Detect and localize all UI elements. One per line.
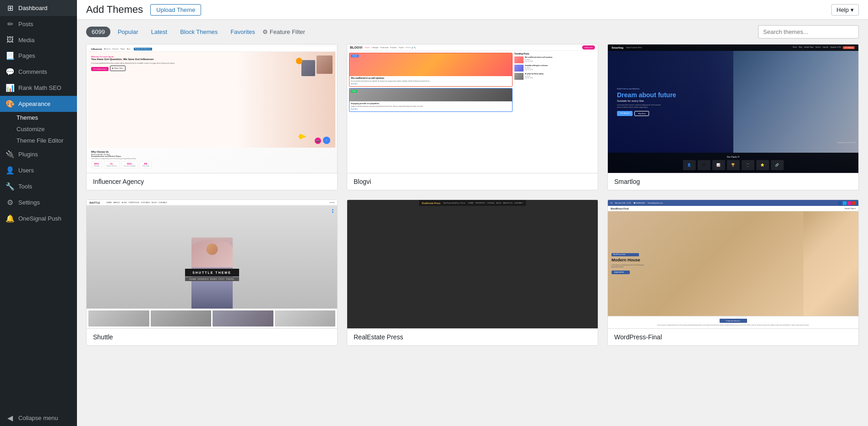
theme-preview-realestate-press: RealEstate Press Real Estate WordPress T… (347, 200, 598, 328)
users-icon: 👤 (5, 166, 15, 175)
sidebar-item-dashboard[interactable]: ⊞ Dashboard (0, 0, 77, 16)
filter-tab-block-themes[interactable]: Block Themes (175, 26, 223, 38)
sidebar-item-users[interactable]: 👤 Users (0, 162, 77, 178)
theme-name-realestate-press: RealEstate Press (347, 328, 598, 345)
sidebar-item-onesignal[interactable]: 🔔 OneSignal Push (0, 210, 77, 227)
theme-card-smartlog[interactable]: Smartlog Elegant Corporate Theme HomeBlo… (607, 44, 859, 190)
help-button[interactable]: Help ▾ (831, 4, 859, 16)
settings-icon: ⚙ (5, 198, 15, 207)
theme-preview-blogvi: BLOGVI Home Lifestyle Features▾ Fashion … (347, 44, 598, 173)
theme-preview-shuttle: SHUTTLE HOME ABOUT BLOG PORTFOLIO FUTURE… (87, 200, 337, 328)
sidebar-item-settings[interactable]: ⚙ Settings (0, 194, 77, 210)
sidebar-item-plugins[interactable]: 🔌 Plugins (0, 146, 77, 162)
sidebar-sub-themes[interactable]: Themes (16, 112, 77, 123)
chevron-down-icon: ▾ (851, 6, 854, 13)
plugins-icon: 🔌 (5, 150, 15, 159)
sidebar-collapse-menu[interactable]: ◀ Collapse menu (0, 410, 77, 426)
comments-icon: 💬 (5, 67, 15, 76)
sidebar-item-appearance[interactable]: 🎨 Appearance (0, 96, 77, 112)
sidebar-item-comments[interactable]: 💬 Comments (0, 64, 77, 80)
pages-icon: 📃 (5, 51, 15, 60)
filter-bar: 6099 Popular Latest Block Themes Favorit… (77, 20, 868, 44)
topbar: Add Themes Upload Theme Help ▾ (77, 0, 868, 20)
theme-card-wordpress-final[interactable]: ⬡ Mon-Sat: 9:00 - 17:00 ☎ 0440120452 ✉ i… (607, 199, 859, 346)
upload-theme-button[interactable]: Upload Theme (150, 4, 201, 16)
rank-math-icon: 📊 (5, 83, 15, 92)
posts-icon: ✏ (5, 20, 15, 28)
gear-icon: ⚙ (262, 28, 268, 35)
theme-card-realestate-press[interactable]: RealEstate Press Real Estate WordPress T… (347, 199, 598, 346)
theme-name-shuttle: Shuttle (87, 328, 337, 345)
topbar-left: Add Themes Upload Theme (86, 4, 201, 16)
feature-filter-button[interactable]: ⚙ Feature Filter (262, 28, 305, 35)
search-themes-input[interactable] (758, 25, 859, 39)
theme-name-influencer-agency: Influencer Agency (87, 173, 337, 190)
theme-name-blogvi: Blogvi (347, 173, 598, 190)
sidebar-item-media[interactable]: 🖼 Media (0, 32, 77, 48)
sidebar-item-tools[interactable]: 🔧 Tools (0, 178, 77, 194)
appearance-icon: 🎨 (5, 100, 15, 108)
theme-count-badge[interactable]: 6099 (86, 27, 110, 37)
sidebar-sub-appearance: Themes Customize Theme File Editor (0, 112, 77, 146)
media-icon: 🖼 (5, 36, 15, 44)
page-title: Add Themes (86, 4, 143, 16)
tools-icon: 🔧 (5, 182, 15, 191)
theme-card-shuttle[interactable]: SHUTTLE HOME ABOUT BLOG PORTFOLIO FUTURE… (86, 199, 338, 346)
theme-card-blogvi[interactable]: BLOGVI Home Lifestyle Features▾ Fashion … (347, 44, 598, 190)
dashboard-icon: ⊞ (5, 4, 15, 12)
sidebar-item-posts[interactable]: ✏ Posts (0, 16, 77, 32)
onesignal-icon: 🔔 (5, 214, 15, 223)
filter-tab-latest[interactable]: Latest (146, 26, 173, 38)
sidebar-sub-theme-file-editor[interactable]: Theme File Editor (16, 135, 77, 146)
theme-name-smartlog: Smartlog (608, 173, 858, 190)
theme-preview-wordpress-final: ⬡ Mon-Sat: 9:00 - 17:00 ☎ 0440120452 ✉ i… (608, 200, 858, 328)
theme-card-influencer-agency[interactable]: Influencer About Us Services Pages Blog … (86, 44, 338, 190)
theme-name-wordpress-final: WordPress-Final (608, 328, 858, 345)
theme-preview-smartlog: Smartlog Elegant Corporate Theme HomeBlo… (608, 44, 858, 173)
collapse-icon: ◀ (5, 414, 15, 422)
filter-tab-favorites[interactable]: Favorites (225, 26, 260, 38)
main-content: Add Themes Upload Theme Help ▾ 6099 Popu… (77, 0, 868, 426)
filter-tab-popular[interactable]: Popular (112, 26, 144, 38)
sidebar-item-rank-math[interactable]: 📊 Rank Math SEO (0, 80, 77, 96)
theme-preview-influencer-agency: Influencer About Us Services Pages Blog … (87, 44, 337, 173)
sidebar-sub-customize[interactable]: Customize (16, 123, 77, 135)
sidebar: ⊞ Dashboard ✏ Posts 🖼 Media 📃 Pages 💬 Co… (0, 0, 77, 426)
themes-grid: Influencer About Us Services Pages Blog … (77, 44, 868, 355)
sidebar-item-pages[interactable]: 📃 Pages (0, 48, 77, 64)
